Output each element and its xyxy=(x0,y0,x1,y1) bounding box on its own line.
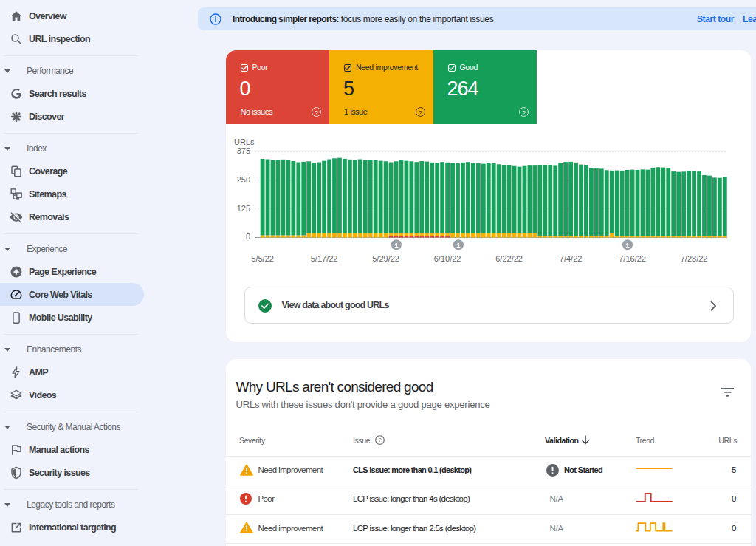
svg-text:1: 1 xyxy=(456,241,461,249)
svg-text:?: ? xyxy=(378,437,382,443)
svg-text:1: 1 xyxy=(394,241,399,249)
svg-text:1: 1 xyxy=(625,241,630,249)
